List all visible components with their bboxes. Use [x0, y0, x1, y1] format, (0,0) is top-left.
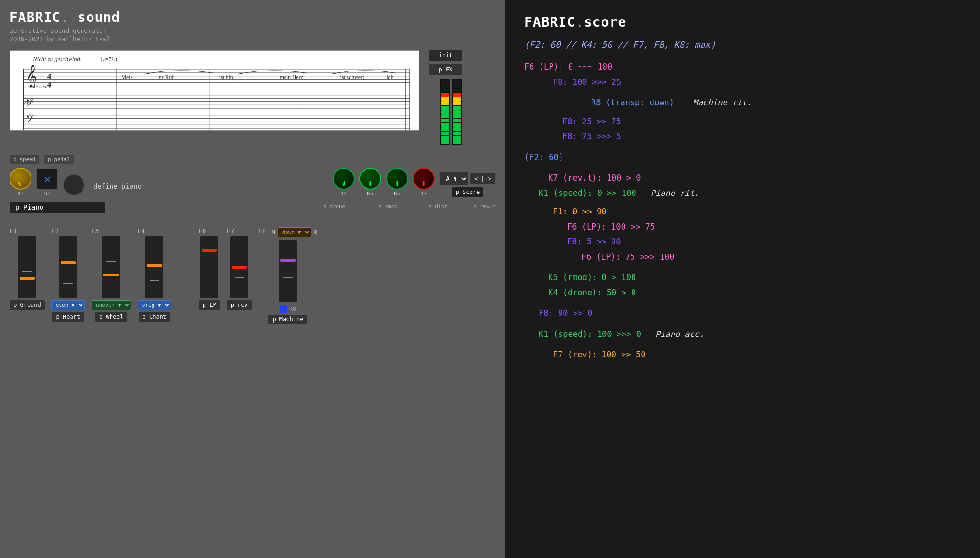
score-line-12: F6 (LP): 75 >>> 100 — [582, 252, 674, 262]
score-panel-title: FABRIC.score — [524, 14, 961, 30]
s-drone-label: s drone — [323, 203, 345, 210]
app-year: 2016-2021 by Karlheinz Essl — [10, 35, 496, 42]
svg-text:ich: ich — [387, 74, 393, 81]
fader-f7: F7 p rev — [227, 227, 252, 310]
score-instructions: (F2: 60 // K4: 50 // F7, F8, K8: max) — [524, 40, 961, 50]
score-line-14: K4 (drone): 50 > 0 — [548, 288, 636, 297]
pfx-button[interactable]: p FX — [429, 64, 462, 75]
p-score-label: p Score — [452, 187, 484, 197]
app-title: FABRIC. sound — [10, 10, 496, 25]
score-line-2: F8: 100 >>> 25 — [553, 77, 621, 87]
score-line-13: K5 (rmod): 0 > 100 — [548, 273, 636, 282]
svg-text:ist  schwer;: ist schwer; — [340, 74, 364, 81]
score-line-8: K1 (speed): 0 >> 100 — [524, 187, 636, 200]
app-subtitle: generative sound generator — [10, 27, 496, 34]
f3-label: p Wheel — [95, 312, 127, 322]
vu-meter-right — [452, 79, 462, 145]
score-line-15: F8: 90 >> 0 — [539, 308, 592, 318]
x-icon: ✕ — [44, 173, 50, 185]
score-line-1: F6 (LP): 0 ~~~ 100 — [524, 62, 612, 71]
svg-text:mein Herz: mein Herz — [280, 74, 303, 81]
f4-track[interactable] — [145, 236, 163, 298]
pedal-button[interactable]: p pedal — [44, 155, 73, 164]
score-line-10: F6 (LP): 100 >> 75 — [567, 222, 655, 232]
f4-select[interactable]: orig ▼ alt ▼ — [138, 300, 171, 310]
score-line-5: F8: 75 >>> 5 — [562, 132, 621, 141]
f2-track[interactable] — [59, 236, 77, 298]
faders-section: F1 p Ground F2 even ▼ odd ▼ p Heart F3 — [10, 227, 496, 324]
k5-label: K5 — [367, 191, 373, 197]
f2-select[interactable]: even ▼ odd ▼ — [51, 300, 85, 310]
k7-label: K7 — [420, 191, 427, 197]
fader-f2: F2 even ▼ odd ▼ p Heart — [51, 227, 85, 322]
k4-label: K4 — [340, 191, 347, 197]
s1-button[interactable]: ✕ — [36, 168, 58, 190]
fader-f4: F4 orig ▼ alt ▼ p Chant — [138, 227, 171, 322]
svg-text:(♩=72.): (♩=72.) — [101, 56, 117, 62]
k1-knob[interactable] — [10, 168, 31, 190]
nav-button[interactable]: < | > — [470, 173, 496, 184]
f8-label: p Machine — [268, 315, 307, 324]
k4-knob[interactable] — [333, 168, 355, 190]
score-line-piano-acc: Piano acc. — [655, 328, 704, 341]
score-line-17: F7 (rev): 100 >> 50 — [553, 350, 645, 359]
score-line-11: F8: 5 >> 90 — [567, 237, 621, 246]
define-piano-label: define piano — [93, 183, 142, 190]
k1-container: K1 — [10, 168, 31, 197]
fader-f3: F3 uneven ▼ even ▼ p Wheel — [92, 227, 131, 322]
machine-down-select[interactable]: down ▼ up ▼ — [278, 227, 311, 237]
f7-track[interactable] — [230, 236, 248, 298]
left-panel: FABRIC. sound generative sound generator… — [0, 0, 505, 558]
svg-text:Nicht zu geschwind.: Nicht zu geschwind. — [32, 56, 82, 62]
vu-meter-pair — [440, 79, 462, 145]
f8-track[interactable] — [279, 240, 297, 302]
score-content: F6 (LP): 0 ~~~ 100 F8: 100 >>> 25 R8 (tr… — [524, 61, 961, 361]
speed-button[interactable]: p speed — [10, 155, 39, 164]
a-dropdown[interactable]: A ▼ B ▼ — [439, 172, 468, 185]
svg-text:Mel-: Mel- — [122, 74, 133, 81]
svg-text:ist  hin,: ist hin, — [219, 74, 235, 81]
svg-text:𝄞: 𝄞 — [26, 65, 37, 88]
svg-text:ne  Ruh: ne Ruh — [159, 74, 175, 81]
k5-knob[interactable] — [359, 168, 381, 190]
fader-f1: F1 p Ground — [10, 227, 45, 310]
svg-rect-0 — [14, 51, 415, 130]
right-panel: FABRIC.score (F2: 60 // K4: 50 // F7, F8… — [505, 0, 980, 558]
vu-meter-left — [440, 79, 450, 145]
controls-section: p speed p pedal K1 ✕ S1 — [10, 155, 496, 213]
score-line-4: F8: 25 >> 75 — [562, 117, 621, 126]
score-line-7: K7 (rev.t): 100 > 0 — [548, 173, 641, 183]
score-line-6: (F2: 60) — [524, 152, 563, 162]
p-piano-label: p Piano — [10, 202, 105, 213]
circle-container — [63, 174, 85, 197]
s-dist-label: s dist — [429, 203, 448, 210]
score-line-piano-rit: Piano rit. — [651, 187, 699, 200]
k7-knob[interactable] — [413, 168, 435, 190]
score-line-3: R8 (transp: down) — [553, 97, 674, 109]
f1-track[interactable] — [18, 236, 36, 298]
f4-label: p Chant — [139, 312, 171, 322]
speed-pedal-row: p speed p pedal — [10, 155, 496, 164]
k6-knob[interactable] — [386, 168, 408, 190]
s-rmod-label: s rmod — [378, 203, 398, 210]
fader-f8: F8 M down ▼ up ▼ R R8 p Machine — [258, 227, 317, 324]
svg-text:𝄢: 𝄢 — [26, 97, 34, 111]
f7-label: p rev — [227, 300, 252, 310]
f3-select[interactable]: uneven ▼ even ▼ — [92, 300, 131, 310]
f6-label: p LP — [199, 300, 220, 310]
f3-track[interactable] — [102, 236, 120, 298]
score-line-16: K1 (speed): 100 >>> 0 — [524, 328, 641, 341]
k4-container: K4 — [333, 168, 355, 197]
k5-container: K5 — [359, 168, 381, 197]
k1-label: K1 — [17, 191, 23, 197]
k6-label: K6 — [394, 191, 400, 197]
s-revt-label: s rev.t — [474, 203, 496, 210]
f6-track[interactable] — [200, 236, 218, 298]
circle-button[interactable] — [63, 174, 85, 196]
s1-label: S1 — [44, 191, 50, 197]
m-label: M — [271, 229, 275, 236]
k7-container: K7 — [413, 168, 435, 197]
k6-container: K6 — [386, 168, 408, 197]
init-button[interactable]: init — [429, 50, 462, 61]
fader-f6: F6 p LP — [199, 227, 220, 310]
